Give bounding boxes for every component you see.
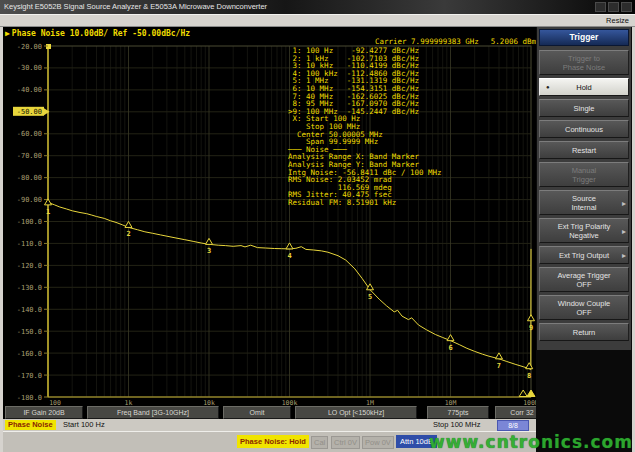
svg-text:-110.0: -110.0 (17, 240, 42, 248)
marker-2-icon (125, 221, 132, 227)
svg-text:-70.00: -70.00 (17, 152, 42, 160)
softkey-hold[interactable]: ●Hold (539, 78, 629, 96)
stop-frequency-label: Stop 100 MHz (433, 419, 481, 431)
svg-text:-20.00: -20.00 (17, 43, 42, 51)
trace-scale-label: Phase Noise 10.00dB/ Ref -50.00dBc/Hz (12, 29, 190, 38)
submenu-arrow-icon: ▸ (622, 226, 626, 235)
selected-bullet-icon: ● (546, 83, 550, 92)
dc-control-indicator: Ctrl 0V (331, 436, 360, 449)
analyzer-status-strip: IF Gain 20dBFreq Band [3G-10GHz]OmitLO O… (3, 406, 551, 420)
softkey-manual[interactable]: ManualTrigger (539, 162, 629, 187)
carrier-frequency: Carrier 7.999999383 GHz (375, 37, 479, 46)
marker-8-icon (526, 363, 533, 369)
application-window: Keysight E5052B Signal Source Analyzer &… (0, 0, 635, 452)
status-lo-opt-150khz: LO Opt [<150kHz] (295, 406, 417, 419)
marker-readout: 1: 100 Hz -92.4277 dBc/Hz 2: 1 kHz -102.… (288, 47, 442, 206)
cal-indicator: Cal (311, 436, 328, 449)
softkey-ext-trig-output[interactable]: Ext Trig Output▸ (539, 246, 629, 264)
marker-6-icon (447, 335, 454, 341)
carrier-power: 5.2006 dBm (491, 37, 536, 46)
softkey-source[interactable]: SourceInternal▸ (539, 190, 629, 215)
svg-text:9: 9 (529, 324, 533, 332)
svg-text:-30.00: -30.00 (17, 64, 42, 72)
svg-text:-120.0: -120.0 (17, 262, 42, 270)
status-freq-band-3g-10ghz: Freq Band [3G-10GHz] (87, 406, 219, 419)
svg-text:-60.00: -60.00 (17, 130, 42, 138)
softkey-panel: Trigger Trigger toPhase Noise●HoldSingle… (536, 27, 632, 452)
submenu-arrow-icon: ▸ (622, 198, 626, 207)
marker-4-icon (286, 243, 293, 249)
svg-text:-90.00: -90.00 (17, 196, 42, 204)
softkey-menu-title: Trigger (539, 29, 629, 46)
svg-text:-140.0: -140.0 (17, 306, 42, 314)
attenuator-indicator: Attn 10dB (396, 435, 437, 448)
window-border-left (0, 27, 3, 452)
start-frequency-label: Start 100 Hz (63, 419, 105, 431)
softkey-trigger-to[interactable]: Trigger toPhase Noise (539, 50, 629, 75)
svg-text:8: 8 (527, 372, 531, 380)
softkey-return[interactable]: Return (539, 323, 629, 341)
marker-3-icon (206, 238, 213, 244)
svg-text:-170.0: -170.0 (17, 372, 42, 380)
measurement-bar: Phase Noise Start 100 Hz Stop 100 MHz 8/… (3, 419, 553, 431)
svg-text:-100.0: -100.0 (17, 218, 42, 226)
band-marker-stop-icon (527, 390, 535, 397)
svg-text:-80.00: -80.00 (17, 174, 42, 182)
svg-text:3: 3 (207, 247, 211, 255)
plot-axes: -20.00-30.00-40.00-50.00-60.00-70.00-80.… (13, 43, 539, 407)
svg-text:-160.0: -160.0 (17, 350, 42, 358)
softkey-restart[interactable]: Restart (539, 141, 629, 159)
measurement-state-indicator: Phase Noise: Hold (237, 435, 309, 448)
softkey-continuous[interactable]: Continuous (539, 120, 629, 138)
svg-text:-150.0: -150.0 (17, 328, 42, 336)
softkey-average-trigger[interactable]: Average TriggerOFF (539, 267, 629, 292)
svg-text:1: 1 (46, 208, 50, 216)
svg-text:6: 6 (448, 344, 452, 352)
submenu-arrow-icon: ▸ (622, 251, 626, 260)
softkey-list: Trigger Trigger toPhase Noise●HoldSingle… (537, 27, 631, 350)
softkey-single[interactable]: Single (539, 99, 629, 117)
trace-header: ▶Phase Noise 10.00dB/ Ref -50.00dBc/Hz (5, 29, 190, 38)
softkey-ext-trig-polarity[interactable]: Ext Trig PolarityNegative▸ (539, 218, 629, 243)
svg-text:-180.0: -180.0 (17, 394, 42, 402)
dc-power-indicator: Pow 0V (362, 436, 394, 449)
status-775pts: 775pts (427, 406, 489, 419)
svg-text:4: 4 (287, 252, 291, 260)
status-if-gain-20db: IF Gain 20dB (5, 406, 83, 419)
marker-7-icon (495, 353, 502, 359)
svg-text:2: 2 (126, 230, 130, 238)
average-count-badge: 8/8 (497, 420, 529, 431)
svg-text:-40.00: -40.00 (17, 86, 42, 94)
svg-text:-130.0: -130.0 (17, 284, 42, 292)
softkey-window-couple[interactable]: Window CoupleOFF (539, 295, 629, 320)
marker-9-icon (528, 315, 535, 321)
active-trace-arrow-icon: ▶ (5, 29, 10, 38)
svg-text:5: 5 (368, 293, 372, 301)
active-measurement-chip: Phase Noise (5, 420, 56, 430)
svg-text:7: 7 (497, 362, 501, 370)
carrier-readout: Carrier 7.999999383 GHz5.2006 dBm (240, 37, 536, 46)
svg-text:-50.00: -50.00 (17, 108, 42, 116)
status-omit: Omit (223, 406, 291, 419)
